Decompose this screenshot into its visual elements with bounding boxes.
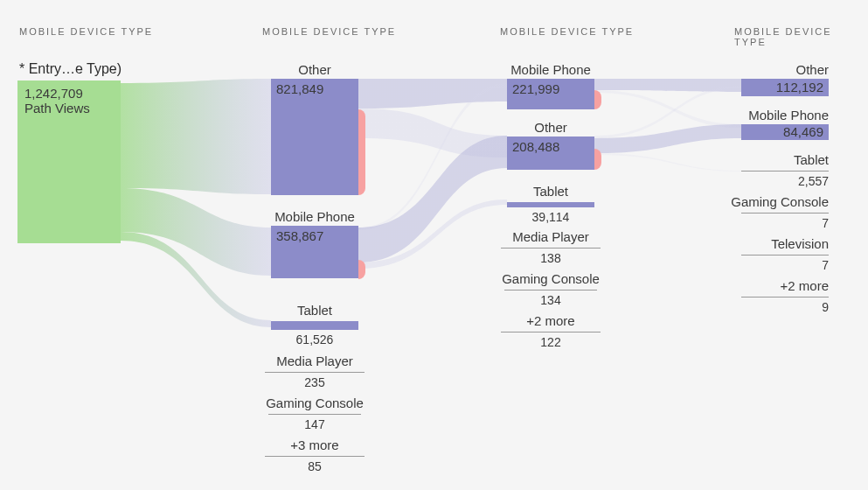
node-label: Mobile Phone bbox=[271, 208, 358, 226]
node-label: Other bbox=[507, 119, 594, 136]
node-c4-gaming[interactable]: Gaming Console 7 bbox=[731, 194, 841, 230]
entry-node-value: 1,242,709 bbox=[17, 80, 121, 101]
node-c3-other[interactable]: Other 208,488 bbox=[507, 119, 594, 170]
dropoff-c2-mobile bbox=[358, 260, 365, 279]
col-header-4: MOBILE DEVICE TYPE bbox=[734, 26, 868, 47]
node-c4-more[interactable]: +2 more 9 bbox=[741, 278, 841, 314]
node-label: Other bbox=[741, 61, 829, 79]
node-c2-media[interactable]: Media Player 235 bbox=[265, 354, 365, 389]
node-value: 9 bbox=[741, 300, 841, 314]
node-c2-tablet[interactable]: Tablet 61,526 bbox=[265, 303, 365, 346]
node-label: Media Player bbox=[501, 229, 601, 244]
dropoff-c3-other bbox=[594, 149, 601, 170]
flow-paths bbox=[0, 0, 868, 490]
node-value: 147 bbox=[260, 417, 370, 431]
flow-chart: MOBILE DEVICE TYPE MOBILE DEVICE TYPE MO… bbox=[0, 0, 868, 490]
node-c4-tv[interactable]: Television 7 bbox=[741, 236, 841, 272]
node-c3-media[interactable]: Media Player 138 bbox=[501, 229, 601, 265]
col-header-2: MOBILE DEVICE TYPE bbox=[262, 26, 396, 37]
node-label: Tablet bbox=[741, 152, 841, 167]
node-label: Television bbox=[741, 236, 841, 251]
node-label: Mobile Phone bbox=[741, 107, 829, 124]
node-value: 358,867 bbox=[276, 228, 323, 243]
node-c4-mobile[interactable]: Mobile Phone 84,469 bbox=[741, 107, 829, 140]
node-label: Gaming Console bbox=[260, 396, 370, 410]
node-value: 235 bbox=[265, 375, 365, 389]
node-c2-more[interactable]: +3 more 85 bbox=[265, 438, 365, 473]
node-c3-tablet[interactable]: Tablet 39,114 bbox=[501, 184, 601, 224]
node-label: Gaming Console bbox=[496, 271, 606, 286]
node-value: 85 bbox=[265, 459, 365, 473]
node-c3-gaming[interactable]: Gaming Console 134 bbox=[496, 271, 606, 307]
node-label: +3 more bbox=[265, 438, 365, 452]
node-value: 221,999 bbox=[512, 81, 559, 96]
col-header-1: MOBILE DEVICE TYPE bbox=[19, 26, 153, 37]
node-label: Gaming Console bbox=[731, 194, 841, 209]
node-c2-gaming[interactable]: Gaming Console 147 bbox=[260, 396, 370, 431]
node-label: Tablet bbox=[265, 303, 365, 318]
node-value: 39,114 bbox=[501, 210, 601, 224]
node-value: 2,557 bbox=[741, 174, 841, 188]
node-label: Other bbox=[271, 61, 358, 79]
node-label: Tablet bbox=[501, 184, 601, 199]
node-value: 61,526 bbox=[265, 332, 365, 346]
node-value: 84,469 bbox=[783, 124, 823, 139]
entry-node-sublabel: Path Views bbox=[17, 101, 121, 116]
dropoff-c2-other bbox=[358, 109, 365, 195]
node-label: +2 more bbox=[501, 313, 601, 328]
node-value: 821,849 bbox=[276, 81, 323, 96]
entry-node-title: * Entry…e Type) bbox=[19, 61, 122, 77]
node-label: Media Player bbox=[265, 354, 365, 368]
col-header-3: MOBILE DEVICE TYPE bbox=[500, 26, 634, 37]
dropoff-c3-mobile bbox=[594, 90, 601, 109]
node-value: 122 bbox=[501, 335, 601, 349]
node-label: Mobile Phone bbox=[507, 61, 594, 79]
node-value: 208,488 bbox=[512, 139, 559, 154]
node-value: 7 bbox=[741, 258, 841, 272]
node-c2-other[interactable]: Other 821,849 bbox=[271, 61, 358, 195]
node-value: 7 bbox=[731, 216, 841, 230]
entry-node[interactable]: 1,242,709 Path Views bbox=[17, 80, 121, 243]
node-c4-tablet[interactable]: Tablet 2,557 bbox=[741, 152, 841, 188]
node-value: 138 bbox=[501, 251, 601, 265]
node-c3-mobile[interactable]: Mobile Phone 221,999 bbox=[507, 61, 594, 109]
node-value: 112,192 bbox=[776, 80, 823, 94]
node-c4-other[interactable]: Other 112,192 bbox=[741, 61, 829, 96]
node-label: +2 more bbox=[741, 278, 841, 293]
node-c3-more[interactable]: +2 more 122 bbox=[501, 313, 601, 349]
node-value: 134 bbox=[496, 293, 606, 307]
node-c2-mobile[interactable]: Mobile Phone 358,867 bbox=[271, 208, 358, 278]
